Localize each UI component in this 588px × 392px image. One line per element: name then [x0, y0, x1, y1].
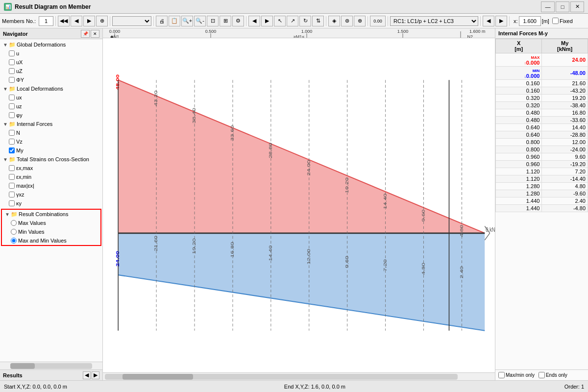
maximize-button[interactable]: □ — [556, 1, 569, 12]
tree-u[interactable]: u — [0, 49, 102, 58]
status-end: End X,Y,Z: 1.6, 0.0, 0.0 m — [284, 384, 557, 390]
nav-pin-btn[interactable]: 📌 — [81, 30, 90, 38]
tree-vz[interactable]: Vz — [0, 137, 102, 146]
tree-ux[interactable]: uX — [0, 58, 102, 67]
tree-ky[interactable]: κy — [0, 199, 102, 208]
nav-scrollbar[interactable] — [10, 363, 92, 369]
tree-my[interactable]: My — [0, 146, 102, 155]
cb-vz[interactable] — [9, 139, 15, 145]
status-bar: Start X,Y,Z: 0.0, 0.0, 0.0 m End X,Y,Z: … — [0, 380, 588, 392]
cb-ky[interactable] — [9, 200, 15, 206]
rb-max-min-values[interactable] — [11, 238, 17, 244]
nav-bottom-prev[interactable]: ◀ — [83, 371, 91, 379]
ends-only-label[interactable]: Ends only — [539, 372, 567, 378]
tree-result-combinations[interactable]: ▼ 📁 Result Combinations — [2, 210, 100, 219]
nav-prev-prev[interactable]: ◀◀ — [58, 16, 70, 26]
nav-tab-results[interactable]: Results — [3, 372, 23, 378]
cb-n[interactable] — [9, 130, 15, 136]
cb-yxz[interactable] — [9, 192, 15, 197]
tree-rc-max[interactable]: Max Values — [2, 219, 100, 227]
tree-ex-min[interactable]: εx,min — [0, 172, 102, 181]
toggle-internal[interactable]: ▼ — [2, 121, 9, 127]
tree-global-deformations[interactable]: ▼ 📁 Global Deformations — [0, 40, 102, 49]
diagram-area[interactable]: Internal Forces - My [kNm] — [103, 38, 495, 372]
flip-btn[interactable]: ⇅ — [312, 16, 324, 26]
nav-close-btn[interactable]: ✕ — [91, 30, 99, 38]
cb-phiy[interactable] — [9, 77, 15, 83]
combo-nav-next[interactable]: ▶ — [495, 16, 507, 26]
tree-ex-max[interactable]: εx,max — [0, 164, 102, 172]
x-input[interactable] — [519, 16, 541, 26]
zoom-fit-btn[interactable]: ⊡ — [207, 16, 219, 26]
tree-internal-forces[interactable]: ▼ 📁 Internal Forces — [0, 120, 102, 128]
settings-btn[interactable]: ⚙ — [232, 16, 244, 26]
cb-ux[interactable] — [9, 59, 15, 65]
tree-phiy-l[interactable]: φy — [0, 111, 102, 120]
rot-btn[interactable]: ↻ — [299, 16, 311, 26]
cb-my[interactable] — [9, 147, 15, 153]
rp-scroll[interactable]: X[m] My[kNm] MAX↑0.00024.00MIN↓0.000-48.… — [495, 39, 588, 369]
cb-ex-max[interactable] — [9, 165, 15, 171]
nav-bottom-next[interactable]: ▶ — [92, 371, 99, 379]
cb-u[interactable] — [9, 50, 15, 56]
decimal-btn[interactable]: 0.00 — [370, 16, 386, 26]
tree-max-abs-ex[interactable]: max|εx| — [0, 181, 102, 190]
cb-uz-l[interactable] — [9, 103, 15, 109]
max-min-only-label[interactable]: Max/min only — [498, 372, 535, 378]
tree-total-strains[interactable]: ▼ 📁 Total Strains on Cross-Section — [0, 155, 102, 164]
icon1-btn[interactable]: ⊛ — [341, 16, 353, 26]
tree-yxz[interactable]: γxz — [0, 190, 102, 199]
close-button[interactable]: ✕ — [570, 1, 584, 12]
h-scrollbar[interactable] — [105, 374, 458, 380]
arrow-right2-btn[interactable]: ↗ — [287, 16, 298, 26]
nav-select[interactable]: ⊕ — [96, 16, 108, 26]
toggle-global-def[interactable]: ▼ — [2, 41, 9, 48]
nav-scroll-thumb[interactable] — [10, 363, 35, 369]
center-scroll[interactable] — [103, 372, 495, 380]
fixed-checkbox[interactable] — [552, 18, 559, 24]
cell-my: 21.60 — [542, 80, 588, 87]
tree-ux-l[interactable]: ux — [0, 93, 102, 102]
tree-local-deformations[interactable]: ▼ 📁 Local Deformations — [0, 84, 102, 93]
cb-max-abs-ex[interactable] — [9, 183, 15, 189]
combo-nav-prev[interactable]: ◀ — [483, 16, 494, 26]
max-min-only-cb[interactable] — [498, 372, 505, 378]
tree-uz[interactable]: uZ — [0, 67, 102, 75]
tree-rc-min[interactable]: Min Values — [2, 227, 100, 236]
mode-btn[interactable]: ◈ — [328, 16, 340, 26]
members-input[interactable] — [39, 16, 53, 26]
toggle-local-def[interactable]: ▼ — [2, 85, 9, 92]
tree-phiy[interactable]: ΦY — [0, 75, 102, 84]
print-btn[interactable]: 🖨 — [156, 16, 168, 26]
nav-prev[interactable]: ◀ — [71, 16, 82, 26]
arrow-right-btn[interactable]: ▶ — [261, 16, 273, 26]
member-select[interactable] — [112, 16, 151, 26]
cb-ex-min[interactable] — [9, 174, 15, 180]
export-btn[interactable]: 📋 — [169, 16, 180, 26]
tree-uz-l[interactable]: uz — [0, 102, 102, 111]
load-combo[interactable]: RC1: LC1/p + LC2 + LC3 — [390, 16, 478, 26]
toggle-strains[interactable]: ▼ — [2, 156, 9, 163]
cb-uz[interactable] — [9, 68, 15, 74]
cb-phiy-l[interactable] — [9, 112, 15, 118]
ends-only-cb[interactable] — [539, 372, 545, 378]
cb-ux-l[interactable] — [9, 95, 15, 100]
nav-scroll-area[interactable] — [0, 362, 102, 369]
cell-x: 0.320 — [496, 95, 542, 102]
arrow-left-btn[interactable]: ◀ — [248, 16, 260, 26]
tree-rc-maxmin[interactable]: Max and Min Values — [2, 236, 100, 245]
icon2-btn[interactable]: ⊕ — [354, 16, 366, 26]
rb-max-values[interactable] — [11, 220, 17, 226]
nav-next[interactable]: ▶ — [83, 16, 95, 26]
minimize-button[interactable]: — — [541, 1, 555, 12]
h-scroll-thumb[interactable] — [122, 374, 193, 380]
arrow-left2-btn[interactable]: ↖ — [274, 16, 286, 26]
folder-global-def: 📁 — [9, 41, 16, 48]
zoom-in-btn[interactable]: 🔍+ — [181, 16, 193, 26]
tree-n[interactable]: N — [0, 128, 102, 137]
zoom-out-btn[interactable]: 🔍- — [194, 16, 206, 26]
grid-btn[interactable]: ⊞ — [220, 16, 231, 26]
toggle-rc[interactable]: ▼ — [4, 211, 11, 218]
nav-tree: ▼ 📁 Global Deformations u uX uZ ΦY — [0, 39, 102, 362]
rb-min-values[interactable] — [11, 229, 17, 235]
